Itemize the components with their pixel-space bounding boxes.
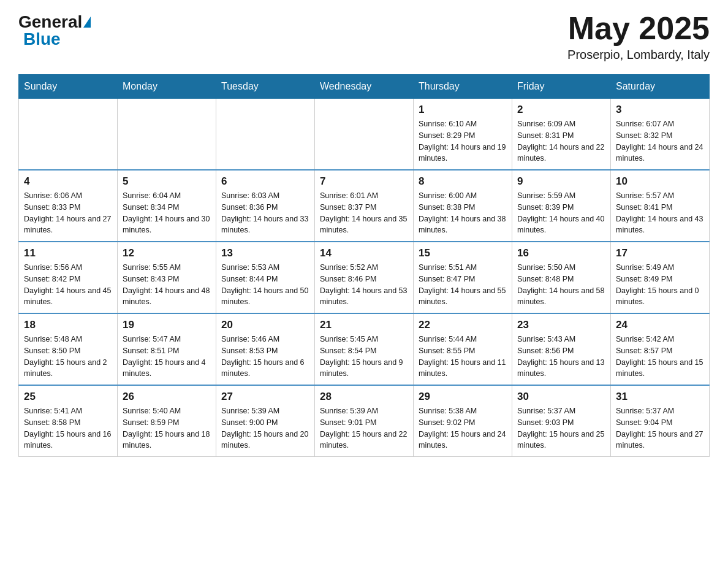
calendar-cell: 23Sunrise: 5:43 AMSunset: 8:56 PMDayligh… [512,313,611,385]
calendar-cell: 8Sunrise: 6:00 AMSunset: 8:38 PMDaylight… [414,170,512,242]
calendar-cell: 21Sunrise: 5:45 AMSunset: 8:54 PMDayligh… [315,313,414,385]
calendar-table: SundayMondayTuesdayWednesdayThursdayFrid… [18,74,710,457]
calendar-week-row: 4Sunrise: 6:06 AMSunset: 8:33 PMDaylight… [19,170,710,242]
day-number: 13 [221,247,309,259]
day-info: Sunrise: 6:10 AMSunset: 8:29 PMDaylight:… [419,118,507,164]
calendar-cell: 3Sunrise: 6:07 AMSunset: 8:32 PMDaylight… [611,99,710,170]
calendar-cell: 16Sunrise: 5:50 AMSunset: 8:48 PMDayligh… [512,242,611,313]
day-info: Sunrise: 5:46 AMSunset: 8:53 PMDaylight:… [221,334,309,380]
calendar-week-row: 18Sunrise: 5:48 AMSunset: 8:50 PMDayligh… [19,313,710,385]
calendar-week-row: 25Sunrise: 5:41 AMSunset: 8:58 PMDayligh… [19,385,710,457]
day-number: 16 [517,247,605,259]
day-number: 3 [616,104,704,116]
calendar-cell: 19Sunrise: 5:47 AMSunset: 8:51 PMDayligh… [118,313,216,385]
day-info: Sunrise: 5:57 AMSunset: 8:41 PMDaylight:… [616,190,704,236]
calendar-cell: 18Sunrise: 5:48 AMSunset: 8:50 PMDayligh… [19,313,118,385]
day-number: 29 [419,391,507,403]
calendar-cell: 14Sunrise: 5:52 AMSunset: 8:46 PMDayligh… [315,242,414,313]
day-number: 15 [419,247,507,259]
day-number: 22 [419,319,507,331]
day-of-week-header: Friday [512,75,611,99]
day-info: Sunrise: 5:38 AMSunset: 9:02 PMDaylight:… [419,405,507,451]
month-title: May 2025 [567,12,710,44]
day-number: 7 [320,175,408,188]
page-header: General Blue May 2025 Proserpio, Lombard… [18,12,710,62]
day-of-week-header: Wednesday [315,75,414,99]
day-number: 27 [221,391,309,403]
logo-blue-text: Blue [23,29,61,49]
day-of-week-header: Sunday [19,75,118,99]
calendar-cell: 25Sunrise: 5:41 AMSunset: 8:58 PMDayligh… [19,385,118,457]
calendar-cell [315,99,414,170]
day-number: 23 [517,319,605,331]
day-number: 5 [123,175,211,188]
calendar-cell: 11Sunrise: 5:56 AMSunset: 8:42 PMDayligh… [19,242,118,313]
calendar-cell: 20Sunrise: 5:46 AMSunset: 8:53 PMDayligh… [216,313,315,385]
calendar-cell: 7Sunrise: 6:01 AMSunset: 8:37 PMDaylight… [315,170,414,242]
day-number: 25 [24,391,112,403]
day-info: Sunrise: 5:48 AMSunset: 8:50 PMDaylight:… [24,334,112,380]
calendar-cell: 6Sunrise: 6:03 AMSunset: 8:36 PMDaylight… [216,170,315,242]
calendar-cell: 28Sunrise: 5:39 AMSunset: 9:01 PMDayligh… [315,385,414,457]
calendar-cell: 22Sunrise: 5:44 AMSunset: 8:55 PMDayligh… [414,313,512,385]
day-number: 17 [616,247,704,259]
day-number: 20 [221,319,309,331]
day-info: Sunrise: 6:03 AMSunset: 8:36 PMDaylight:… [221,190,309,236]
calendar-cell: 12Sunrise: 5:55 AMSunset: 8:43 PMDayligh… [118,242,216,313]
day-number: 4 [24,175,112,188]
day-info: Sunrise: 5:50 AMSunset: 8:48 PMDaylight:… [517,262,605,308]
day-info: Sunrise: 5:42 AMSunset: 8:57 PMDaylight:… [616,334,704,380]
day-info: Sunrise: 6:04 AMSunset: 8:34 PMDaylight:… [123,190,211,236]
day-info: Sunrise: 5:45 AMSunset: 8:54 PMDaylight:… [320,334,408,380]
logo-triangle-icon [83,17,91,28]
day-number: 6 [221,175,309,188]
day-info: Sunrise: 5:47 AMSunset: 8:51 PMDaylight:… [123,334,211,380]
day-number: 9 [517,175,605,188]
calendar-cell: 2Sunrise: 6:09 AMSunset: 8:31 PMDaylight… [512,99,611,170]
day-number: 26 [123,391,211,403]
day-info: Sunrise: 5:44 AMSunset: 8:55 PMDaylight:… [419,334,507,380]
day-info: Sunrise: 5:43 AMSunset: 8:56 PMDaylight:… [517,334,605,380]
calendar-cell: 13Sunrise: 5:53 AMSunset: 8:44 PMDayligh… [216,242,315,313]
calendar-cell [216,99,315,170]
calendar-cell: 9Sunrise: 5:59 AMSunset: 8:39 PMDaylight… [512,170,611,242]
day-info: Sunrise: 5:39 AMSunset: 9:01 PMDaylight:… [320,405,408,451]
calendar-cell: 24Sunrise: 5:42 AMSunset: 8:57 PMDayligh… [611,313,710,385]
day-info: Sunrise: 5:49 AMSunset: 8:49 PMDaylight:… [616,262,704,308]
day-number: 18 [24,319,112,331]
day-info: Sunrise: 6:07 AMSunset: 8:32 PMDaylight:… [616,118,704,164]
day-info: Sunrise: 5:56 AMSunset: 8:42 PMDaylight:… [24,262,112,308]
day-number: 24 [616,319,704,331]
day-number: 8 [419,175,507,188]
calendar-cell: 5Sunrise: 6:04 AMSunset: 8:34 PMDaylight… [118,170,216,242]
day-of-week-header: Saturday [611,75,710,99]
calendar-cell: 15Sunrise: 5:51 AMSunset: 8:47 PMDayligh… [414,242,512,313]
calendar-cell: 29Sunrise: 5:38 AMSunset: 9:02 PMDayligh… [414,385,512,457]
day-info: Sunrise: 5:39 AMSunset: 9:00 PMDaylight:… [221,405,309,451]
calendar-cell: 1Sunrise: 6:10 AMSunset: 8:29 PMDaylight… [414,99,512,170]
calendar-cell: 27Sunrise: 5:39 AMSunset: 9:00 PMDayligh… [216,385,315,457]
calendar-week-row: 1Sunrise: 6:10 AMSunset: 8:29 PMDaylight… [19,99,710,170]
day-number: 10 [616,175,704,188]
calendar-cell: 31Sunrise: 5:37 AMSunset: 9:04 PMDayligh… [611,385,710,457]
calendar-cell: 30Sunrise: 5:37 AMSunset: 9:03 PMDayligh… [512,385,611,457]
calendar-cell: 10Sunrise: 5:57 AMSunset: 8:41 PMDayligh… [611,170,710,242]
day-number: 12 [123,247,211,259]
day-number: 2 [517,104,605,116]
day-of-week-header: Monday [118,75,216,99]
day-of-week-header: Thursday [414,75,512,99]
day-number: 31 [616,391,704,403]
calendar-cell: 17Sunrise: 5:49 AMSunset: 8:49 PMDayligh… [611,242,710,313]
day-info: Sunrise: 6:09 AMSunset: 8:31 PMDaylight:… [517,118,605,164]
calendar-cell [118,99,216,170]
day-of-week-header: Tuesday [216,75,315,99]
day-info: Sunrise: 5:40 AMSunset: 8:59 PMDaylight:… [123,405,211,451]
day-number: 1 [419,104,507,116]
day-info: Sunrise: 6:00 AMSunset: 8:38 PMDaylight:… [419,190,507,236]
calendar-week-row: 11Sunrise: 5:56 AMSunset: 8:42 PMDayligh… [19,242,710,313]
day-info: Sunrise: 6:01 AMSunset: 8:37 PMDaylight:… [320,190,408,236]
day-info: Sunrise: 5:37 AMSunset: 9:04 PMDaylight:… [616,405,704,451]
day-info: Sunrise: 5:51 AMSunset: 8:47 PMDaylight:… [419,262,507,308]
day-number: 30 [517,391,605,403]
calendar-header-row: SundayMondayTuesdayWednesdayThursdayFrid… [19,75,710,99]
